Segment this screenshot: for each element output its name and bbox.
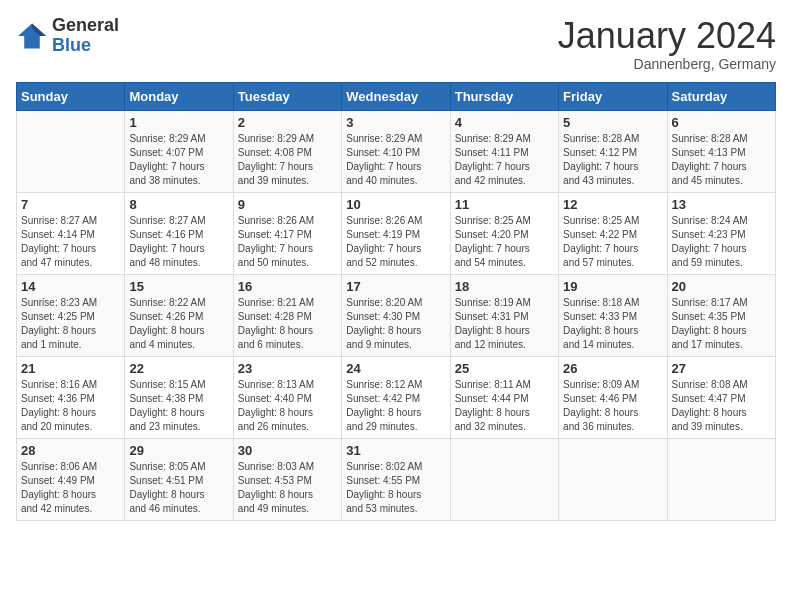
calendar-cell: 18Sunrise: 8:19 AM Sunset: 4:31 PM Dayli… — [450, 274, 558, 356]
day-number: 8 — [129, 197, 228, 212]
calendar-cell: 2Sunrise: 8:29 AM Sunset: 4:08 PM Daylig… — [233, 110, 341, 192]
calendar-cell: 5Sunrise: 8:28 AM Sunset: 4:12 PM Daylig… — [559, 110, 667, 192]
page-header: General Blue January 2024 Dannenberg, Ge… — [16, 16, 776, 72]
day-number: 12 — [563, 197, 662, 212]
day-detail: Sunrise: 8:27 AM Sunset: 4:14 PM Dayligh… — [21, 214, 120, 270]
calendar-cell — [17, 110, 125, 192]
day-number: 29 — [129, 443, 228, 458]
calendar-week-row-4: 21Sunrise: 8:16 AM Sunset: 4:36 PM Dayli… — [17, 356, 776, 438]
day-detail: Sunrise: 8:11 AM Sunset: 4:44 PM Dayligh… — [455, 378, 554, 434]
day-detail: Sunrise: 8:09 AM Sunset: 4:46 PM Dayligh… — [563, 378, 662, 434]
day-number: 15 — [129, 279, 228, 294]
weekday-header-saturday: Saturday — [667, 82, 775, 110]
day-detail: Sunrise: 8:22 AM Sunset: 4:26 PM Dayligh… — [129, 296, 228, 352]
day-number: 2 — [238, 115, 337, 130]
calendar-cell: 9Sunrise: 8:26 AM Sunset: 4:17 PM Daylig… — [233, 192, 341, 274]
calendar-cell: 21Sunrise: 8:16 AM Sunset: 4:36 PM Dayli… — [17, 356, 125, 438]
day-detail: Sunrise: 8:02 AM Sunset: 4:55 PM Dayligh… — [346, 460, 445, 516]
day-detail: Sunrise: 8:18 AM Sunset: 4:33 PM Dayligh… — [563, 296, 662, 352]
day-number: 10 — [346, 197, 445, 212]
weekday-header-friday: Friday — [559, 82, 667, 110]
day-number: 18 — [455, 279, 554, 294]
day-detail: Sunrise: 8:05 AM Sunset: 4:51 PM Dayligh… — [129, 460, 228, 516]
weekday-header-wednesday: Wednesday — [342, 82, 450, 110]
calendar-week-row-1: 1Sunrise: 8:29 AM Sunset: 4:07 PM Daylig… — [17, 110, 776, 192]
calendar-cell: 4Sunrise: 8:29 AM Sunset: 4:11 PM Daylig… — [450, 110, 558, 192]
day-number: 4 — [455, 115, 554, 130]
calendar-cell: 25Sunrise: 8:11 AM Sunset: 4:44 PM Dayli… — [450, 356, 558, 438]
day-detail: Sunrise: 8:23 AM Sunset: 4:25 PM Dayligh… — [21, 296, 120, 352]
day-number: 26 — [563, 361, 662, 376]
day-detail: Sunrise: 8:15 AM Sunset: 4:38 PM Dayligh… — [129, 378, 228, 434]
day-detail: Sunrise: 8:17 AM Sunset: 4:35 PM Dayligh… — [672, 296, 771, 352]
day-detail: Sunrise: 8:13 AM Sunset: 4:40 PM Dayligh… — [238, 378, 337, 434]
calendar-cell: 31Sunrise: 8:02 AM Sunset: 4:55 PM Dayli… — [342, 438, 450, 520]
calendar-cell: 13Sunrise: 8:24 AM Sunset: 4:23 PM Dayli… — [667, 192, 775, 274]
day-detail: Sunrise: 8:28 AM Sunset: 4:13 PM Dayligh… — [672, 132, 771, 188]
weekday-header-tuesday: Tuesday — [233, 82, 341, 110]
day-detail: Sunrise: 8:26 AM Sunset: 4:19 PM Dayligh… — [346, 214, 445, 270]
weekday-header-monday: Monday — [125, 82, 233, 110]
day-detail: Sunrise: 8:29 AM Sunset: 4:10 PM Dayligh… — [346, 132, 445, 188]
calendar-cell: 29Sunrise: 8:05 AM Sunset: 4:51 PM Dayli… — [125, 438, 233, 520]
day-detail: Sunrise: 8:03 AM Sunset: 4:53 PM Dayligh… — [238, 460, 337, 516]
calendar-cell: 24Sunrise: 8:12 AM Sunset: 4:42 PM Dayli… — [342, 356, 450, 438]
calendar-cell: 10Sunrise: 8:26 AM Sunset: 4:19 PM Dayli… — [342, 192, 450, 274]
calendar-cell: 8Sunrise: 8:27 AM Sunset: 4:16 PM Daylig… — [125, 192, 233, 274]
logo-general-text: General — [52, 16, 119, 36]
calendar-cell: 27Sunrise: 8:08 AM Sunset: 4:47 PM Dayli… — [667, 356, 775, 438]
calendar-cell: 14Sunrise: 8:23 AM Sunset: 4:25 PM Dayli… — [17, 274, 125, 356]
calendar-cell: 28Sunrise: 8:06 AM Sunset: 4:49 PM Dayli… — [17, 438, 125, 520]
calendar-cell: 19Sunrise: 8:18 AM Sunset: 4:33 PM Dayli… — [559, 274, 667, 356]
calendar-cell: 17Sunrise: 8:20 AM Sunset: 4:30 PM Dayli… — [342, 274, 450, 356]
calendar-cell: 22Sunrise: 8:15 AM Sunset: 4:38 PM Dayli… — [125, 356, 233, 438]
calendar-cell: 23Sunrise: 8:13 AM Sunset: 4:40 PM Dayli… — [233, 356, 341, 438]
day-number: 16 — [238, 279, 337, 294]
day-detail: Sunrise: 8:25 AM Sunset: 4:22 PM Dayligh… — [563, 214, 662, 270]
day-number: 14 — [21, 279, 120, 294]
day-detail: Sunrise: 8:06 AM Sunset: 4:49 PM Dayligh… — [21, 460, 120, 516]
day-detail: Sunrise: 8:08 AM Sunset: 4:47 PM Dayligh… — [672, 378, 771, 434]
day-number: 27 — [672, 361, 771, 376]
day-number: 28 — [21, 443, 120, 458]
day-number: 6 — [672, 115, 771, 130]
day-number: 23 — [238, 361, 337, 376]
day-detail: Sunrise: 8:29 AM Sunset: 4:11 PM Dayligh… — [455, 132, 554, 188]
day-number: 13 — [672, 197, 771, 212]
day-number: 25 — [455, 361, 554, 376]
day-number: 21 — [21, 361, 120, 376]
day-detail: Sunrise: 8:25 AM Sunset: 4:20 PM Dayligh… — [455, 214, 554, 270]
day-detail: Sunrise: 8:29 AM Sunset: 4:08 PM Dayligh… — [238, 132, 337, 188]
calendar-cell: 15Sunrise: 8:22 AM Sunset: 4:26 PM Dayli… — [125, 274, 233, 356]
calendar-cell: 16Sunrise: 8:21 AM Sunset: 4:28 PM Dayli… — [233, 274, 341, 356]
calendar-cell: 3Sunrise: 8:29 AM Sunset: 4:10 PM Daylig… — [342, 110, 450, 192]
weekday-header-row: SundayMondayTuesdayWednesdayThursdayFrid… — [17, 82, 776, 110]
calendar-header: SundayMondayTuesdayWednesdayThursdayFrid… — [17, 82, 776, 110]
logo: General Blue — [16, 16, 119, 56]
day-number: 17 — [346, 279, 445, 294]
calendar-cell: 12Sunrise: 8:25 AM Sunset: 4:22 PM Dayli… — [559, 192, 667, 274]
day-number: 22 — [129, 361, 228, 376]
day-number: 20 — [672, 279, 771, 294]
calendar-cell: 6Sunrise: 8:28 AM Sunset: 4:13 PM Daylig… — [667, 110, 775, 192]
calendar-cell — [450, 438, 558, 520]
calendar-cell: 26Sunrise: 8:09 AM Sunset: 4:46 PM Dayli… — [559, 356, 667, 438]
logo-icon — [16, 22, 48, 50]
calendar-week-row-5: 28Sunrise: 8:06 AM Sunset: 4:49 PM Dayli… — [17, 438, 776, 520]
calendar-cell: 1Sunrise: 8:29 AM Sunset: 4:07 PM Daylig… — [125, 110, 233, 192]
day-number: 19 — [563, 279, 662, 294]
weekday-header-sunday: Sunday — [17, 82, 125, 110]
logo-text: General Blue — [52, 16, 119, 56]
day-number: 9 — [238, 197, 337, 212]
day-number: 7 — [21, 197, 120, 212]
day-detail: Sunrise: 8:26 AM Sunset: 4:17 PM Dayligh… — [238, 214, 337, 270]
day-number: 24 — [346, 361, 445, 376]
day-number: 3 — [346, 115, 445, 130]
calendar-cell — [667, 438, 775, 520]
weekday-header-thursday: Thursday — [450, 82, 558, 110]
day-number: 31 — [346, 443, 445, 458]
calendar-week-row-3: 14Sunrise: 8:23 AM Sunset: 4:25 PM Dayli… — [17, 274, 776, 356]
calendar-table: SundayMondayTuesdayWednesdayThursdayFrid… — [16, 82, 776, 521]
day-detail: Sunrise: 8:28 AM Sunset: 4:12 PM Dayligh… — [563, 132, 662, 188]
day-detail: Sunrise: 8:21 AM Sunset: 4:28 PM Dayligh… — [238, 296, 337, 352]
